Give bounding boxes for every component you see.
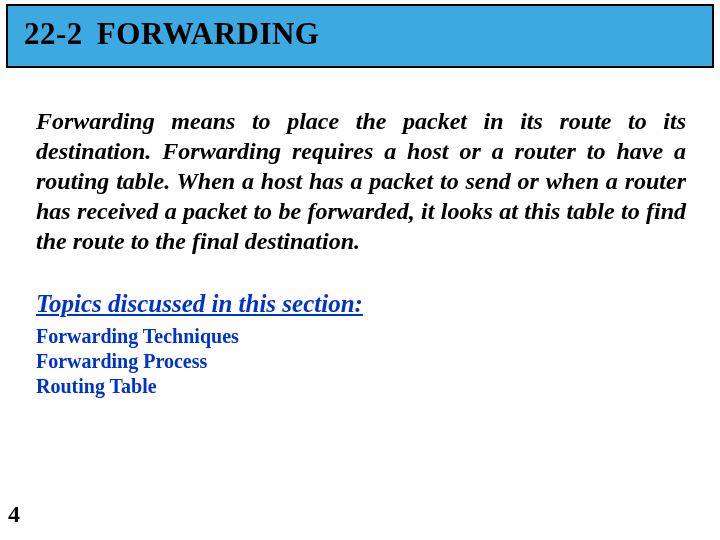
section-heading: FORWARDING bbox=[97, 16, 320, 51]
section-title: 22-2FORWARDING bbox=[24, 16, 696, 52]
topic-item: Forwarding Process bbox=[36, 349, 686, 374]
topic-item: Forwarding Techniques bbox=[36, 324, 686, 349]
topics-heading: Topics discussed in this section: bbox=[36, 290, 686, 318]
section-number: 22-2 bbox=[24, 16, 83, 51]
page-number: 4 bbox=[8, 501, 20, 528]
topic-item: Routing Table bbox=[36, 374, 686, 399]
section-title-bar: 22-2FORWARDING bbox=[6, 4, 714, 68]
topics-list: Forwarding Techniques Forwarding Process… bbox=[36, 324, 686, 399]
body-paragraph: Forwarding means to place the packet in … bbox=[36, 106, 686, 256]
